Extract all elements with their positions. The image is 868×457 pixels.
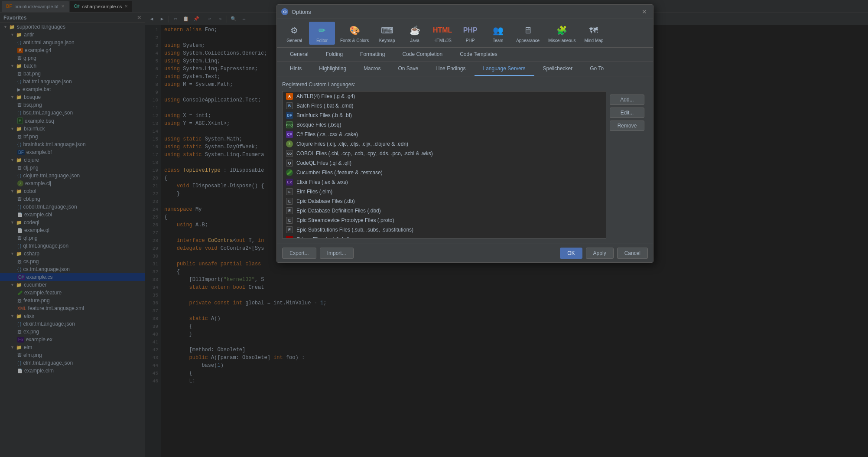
lang-icon-epic-db: E [286,198,293,205]
tab-spellchecker[interactable]: Spellchecker [534,62,582,76]
language-list-wrapper: A ANTLR(4) Files (.g & .g4) B Batch File… [282,91,606,238]
lang-item-elixir[interactable]: Ex Elixir Files (.ex & .exs) [283,177,606,187]
toolbar-java[interactable]: ☕ Java [402,22,428,45]
options-content: Registered Custom Languages: A ANTLR(4) … [277,76,653,244]
toolbar-fonts-label: Fonts & Colors [340,38,369,43]
toolbar-editor[interactable]: ✏ Editor [309,22,335,45]
tab-hints[interactable]: Hints [281,62,310,76]
edit-button[interactable]: Edit... [610,108,644,118]
lang-label-erlang: Erlang Files (.erl & .hrl) [296,236,350,238]
options-tabs-row2: Hints Highlighting Macros On Save Line E… [277,62,653,76]
tab-line-endings[interactable]: Line Endings [427,62,474,76]
remove-button[interactable]: Remove [610,121,644,131]
add-button[interactable]: Add... [610,95,644,105]
toolbar-general[interactable]: ⚙ General [281,22,307,45]
lang-item-elm[interactable]: E Elm Files (.elm) [283,187,606,196]
tab-go-to[interactable]: Go To [581,62,612,76]
lang-icon-csharp: C# [286,131,293,138]
lang-icon-batch: B [286,102,293,109]
import-button[interactable]: Import... [320,248,354,259]
lang-item-csharp[interactable]: C# C# Files (.cs, .csx & .cake) [283,130,606,139]
options-dialog: ⚙ Options ✕ ⚙ General ✏ Editor 🎨 Fonts &… [276,4,653,263]
tab-general[interactable]: General [281,48,317,62]
toolbar-mind-map[interactable]: 🗺 Mind Map [581,22,607,45]
mind-map-icon: 🗺 [587,23,601,37]
lang-item-clojure[interactable]: λ Clojure Files (.clj, .cljc, .cljs, .cl… [283,139,606,149]
lang-item-epic-dbd[interactable]: E Epic Database Definition Files (.dbd) [283,206,606,215]
appearance-icon: 🖥 [521,23,535,37]
tab-code-completion[interactable]: Code Completion [393,48,451,62]
lang-item-erlang[interactable]: ERL Erlang Files (.erl & .hrl) [283,235,606,238]
lang-item-cucumber[interactable]: 🥒 Cucumber Files (.feature & .testcase) [283,168,606,177]
dialog-overlay: ⚙ Options ✕ ⚙ General ✏ Editor 🎨 Fonts &… [0,0,868,457]
tab-language-servers[interactable]: Language Servers [475,62,534,76]
options-tabs-row1: General Folding Formatting Code Completi… [277,48,653,62]
toolbar-keymap-label: Keymap [379,38,395,43]
tab-code-templates[interactable]: Code Templates [451,48,506,62]
toolbar-editor-label: Editor [316,38,328,43]
lang-icon-bosque: BSQ [286,121,293,128]
lang-icon-codeql: Q [286,160,293,166]
lang-label-csharp: C# Files (.cs, .csx & .cake) [296,131,358,137]
toolbar-team[interactable]: 👥 Team [485,22,511,45]
lang-label-epic-subs: Epic Substitutions Files (.sub, .subs, .… [296,227,413,233]
java-icon: ☕ [408,23,422,37]
lang-icon-erlang: ERL [286,236,293,238]
lang-icon-elixir: Ex [286,179,293,186]
tab-on-save[interactable]: On Save [389,62,427,76]
editor-icon: ✏ [315,23,329,37]
lang-item-brainfuck[interactable]: BF Brainfuck Files (.b & .bf) [283,111,606,120]
ok-button[interactable]: OK [560,248,582,259]
lang-icon-brainfuck: BF [286,112,293,119]
dialog-bottom-bar: Export... Import... OK Apply Cancel [277,244,653,262]
toolbar-php[interactable]: PHP PHP [457,22,483,45]
lang-label-elixir: Elixir Files (.ex & .exs) [296,179,348,185]
lang-icon-clojure: λ [286,140,293,147]
toolbar-keymap[interactable]: ⌨ Keymap [374,22,400,45]
lang-item-codeql[interactable]: Q CodeQL Files (.ql & .qll) [283,158,606,168]
lang-label-cobol: COBOL Files (.cbl, .ccp, .cob, .cpy, .dd… [296,150,433,157]
lang-item-epic-subs[interactable]: E Epic Substitutions Files (.sub, .subs,… [283,225,606,235]
lang-item-epic-db[interactable]: E Epic Database Files (.db) [283,196,606,206]
language-list[interactable]: A ANTLR(4) Files (.g & .g4) B Batch File… [282,91,606,238]
toolbar-java-label: Java [410,38,419,43]
dialog-title-icon: ⚙ [281,8,288,15]
toolbar-php-label: PHP [466,38,475,43]
lang-icon-cucumber: 🥒 [286,169,293,176]
section-title: Registered Custom Languages: [282,82,648,88]
toolbar-appearance[interactable]: 🖥 Appearance [513,22,543,45]
list-content-area: A ANTLR(4) Files (.g & .g4) B Batch File… [282,91,648,238]
export-button[interactable]: Export... [282,248,316,259]
cancel-button[interactable]: Cancel [617,248,648,259]
html-js-icon: HTML [436,23,449,37]
fonts-colors-icon: 🎨 [348,23,361,37]
miscellaneous-icon: 🧩 [555,23,569,37]
toolbar-html-js[interactable]: HTML HTML/JS [429,22,455,45]
toolbar-misc-label: Miscellaneous [548,38,575,43]
lang-label-epic-proto: Epic Streamdevice Prototype Files (.prot… [296,217,394,223]
apply-button[interactable]: Apply [586,248,614,259]
lang-icon-elm: E [286,188,293,195]
toolbar-team-label: Team [493,38,503,43]
team-icon: 👥 [491,23,505,37]
lang-item-cobol[interactable]: CO COBOL Files (.cbl, .ccp, .cob, .cpy, … [283,149,606,158]
keymap-icon: ⌨ [380,23,394,37]
lang-item-batch[interactable]: B Batch Files (.bat & .cmd) [283,101,606,111]
tab-macros[interactable]: Macros [355,62,389,76]
lang-item-antlr[interactable]: A ANTLR(4) Files (.g & .g4) [283,91,606,101]
lang-label-epic-dbd: Epic Database Definition Files (.dbd) [296,208,381,214]
dialog-title: Options [292,9,640,15]
general-icon: ⚙ [287,23,301,37]
tab-formatting[interactable]: Formatting [351,48,393,62]
toolbar-miscellaneous[interactable]: 🧩 Miscellaneous [545,22,579,45]
toolbar-fonts-colors[interactable]: 🎨 Fonts & Colors [337,22,372,45]
tab-highlighting[interactable]: Highlighting [310,62,355,76]
dialog-close-button[interactable]: ✕ [640,7,649,16]
lang-icon-antlr: A [286,93,293,100]
php-icon: PHP [463,23,477,37]
lang-item-epic-proto[interactable]: E Epic Streamdevice Prototype Files (.pr… [283,215,606,225]
tab-folding[interactable]: Folding [317,48,351,62]
lang-label-epic-db: Epic Database Files (.db) [296,198,355,204]
lang-label-brainfuck: Brainfuck Files (.b & .bf) [296,112,352,118]
lang-item-bosque[interactable]: BSQ Bosque Files (.bsq) [283,120,606,130]
